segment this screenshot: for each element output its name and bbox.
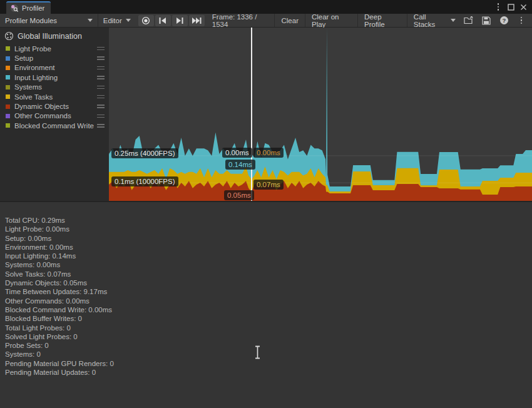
profiler-chart[interactable]: 0.25ms (4000FPS)0.1ms (10000FPS)0.00ms0.… bbox=[109, 28, 532, 201]
drag-handle-icon[interactable] bbox=[97, 115, 105, 118]
clear-on-play-button[interactable]: Clear on Play bbox=[305, 14, 357, 27]
module-legend: Light ProbeSetupEnvironmentInput Lightin… bbox=[0, 44, 109, 131]
current-frame-icon bbox=[192, 18, 202, 24]
legend-color-swatch bbox=[6, 66, 10, 70]
drag-handle-icon[interactable] bbox=[97, 56, 105, 60]
legend-color-swatch bbox=[6, 75, 10, 79]
tab-profiler[interactable]: Profiler bbox=[6, 1, 51, 14]
stats-line: Systems: 0 bbox=[5, 350, 532, 359]
drag-handle-icon[interactable] bbox=[97, 47, 105, 51]
legend-color-swatch bbox=[6, 105, 10, 109]
prev-frame-button[interactable] bbox=[155, 15, 171, 26]
call-stacks-dropdown[interactable]: Call Stacks bbox=[407, 14, 462, 27]
stats-line: Probe Sets: 0 bbox=[5, 341, 532, 350]
legend-item-label: Other Commands bbox=[14, 112, 97, 120]
stats-line: Time Between Updates: 9.17ms bbox=[5, 287, 532, 296]
stats-line: Pending Material GPU Renders: 0 bbox=[5, 359, 532, 368]
svg-text:?: ? bbox=[502, 17, 506, 24]
gridline-label: 0.1ms (10000FPS) bbox=[111, 176, 178, 186]
tab-title: Profiler bbox=[22, 4, 44, 12]
chevron-down-icon bbox=[451, 19, 456, 22]
deep-profile-button[interactable]: Deep Profile bbox=[357, 14, 407, 27]
chart-area-series bbox=[109, 28, 532, 201]
legend-color-swatch bbox=[6, 123, 10, 128]
close-icon[interactable] bbox=[518, 2, 528, 12]
legend-item-environment[interactable]: Environment bbox=[0, 63, 109, 73]
legend-item-label: Input Lighting bbox=[14, 74, 97, 81]
profiler-modules-label: Profiler Modules bbox=[5, 17, 57, 24]
maximize-icon[interactable] bbox=[506, 2, 516, 12]
legend-item-other-commands[interactable]: Other Commands bbox=[0, 111, 109, 121]
legend-color-swatch bbox=[6, 114, 10, 118]
selected-frame-line[interactable] bbox=[251, 28, 252, 201]
legend-item-blocked-command-write[interactable]: Blocked Command Write bbox=[0, 121, 109, 130]
drag-handle-icon[interactable] bbox=[97, 105, 105, 108]
record-icon bbox=[141, 16, 150, 25]
legend-item-setup[interactable]: Setup bbox=[0, 53, 109, 63]
stats-line: Blocked Command Write: 0.00ms bbox=[5, 305, 532, 314]
drag-handle-icon[interactable] bbox=[97, 76, 105, 79]
more-icon bbox=[521, 17, 523, 24]
stats-line: Pending Material Updates: 0 bbox=[5, 368, 532, 377]
legend-color-swatch bbox=[6, 94, 10, 99]
next-frame-icon bbox=[175, 18, 184, 24]
current-frame-button[interactable] bbox=[189, 15, 205, 26]
help-icon: ? bbox=[499, 16, 509, 25]
legend-item-label: Environment bbox=[14, 64, 97, 71]
stats-line: Light Probe: 0.00ms bbox=[5, 225, 532, 233]
chart-value-label: 0.05ms bbox=[224, 190, 254, 200]
legend-color-swatch bbox=[6, 56, 10, 61]
chevron-down-icon bbox=[88, 19, 93, 22]
legend-item-input-lighting[interactable]: Input Lighting bbox=[0, 73, 109, 82]
legend-item-label: Systems bbox=[14, 83, 97, 91]
drag-handle-icon[interactable] bbox=[97, 95, 105, 99]
stats-line: Solve Tasks: 0.07ms bbox=[5, 270, 532, 278]
legend-item-label: Setup bbox=[14, 54, 97, 62]
legend-color-swatch bbox=[6, 85, 10, 89]
save-icon bbox=[482, 16, 491, 25]
legend-item-label: Blocked Command Write bbox=[14, 122, 97, 130]
next-frame-button[interactable] bbox=[172, 15, 188, 26]
legend-item-label: Dynamic Objects bbox=[14, 103, 97, 110]
drag-handle-icon[interactable] bbox=[97, 66, 105, 70]
call-stacks-label: Call Stacks bbox=[414, 13, 446, 28]
stats-line: Input Lighting: 0.14ms bbox=[5, 252, 532, 260]
stats-line: Other Commands: 0.00ms bbox=[5, 297, 532, 305]
chart-value-label: 0.14ms bbox=[225, 160, 255, 170]
legend-item-label: Light Probe bbox=[14, 45, 97, 53]
global-illumination-icon bbox=[4, 31, 14, 41]
editor-target-dropdown[interactable]: Editor bbox=[98, 14, 136, 27]
legend-item-dynamic-objects[interactable]: Dynamic Objects bbox=[0, 101, 109, 111]
legend-item-systems[interactable]: Systems bbox=[0, 83, 109, 92]
stats-line: Dynamic Objects: 0.05ms bbox=[5, 278, 532, 287]
legend-item-light-probe[interactable]: Light Probe bbox=[0, 44, 109, 53]
chart-value-label: 0.00ms bbox=[222, 148, 252, 158]
context-menu-button[interactable] bbox=[514, 15, 528, 26]
profiler-toolbar: Profiler Modules Editor bbox=[0, 14, 532, 28]
clear-button[interactable]: Clear bbox=[274, 14, 304, 27]
stats-panel: Total CPU: 0.29msLight Probe: 0.00msSetu… bbox=[0, 201, 532, 408]
stats-line: Solved Light Probes: 0 bbox=[5, 332, 532, 341]
stats-line: Total CPU: 0.29ms bbox=[5, 216, 532, 225]
legend-item-label: Solve Tasks bbox=[14, 93, 97, 101]
profiler-icon bbox=[10, 4, 19, 13]
prev-frame-icon bbox=[158, 18, 167, 24]
profiler-modules-dropdown[interactable]: Profiler Modules bbox=[0, 14, 98, 27]
module-title: Global Illumination bbox=[18, 32, 82, 41]
stats-line: Setup: 0.00ms bbox=[5, 234, 532, 243]
modules-sidebar: Global Illumination Light ProbeSetupEnvi… bbox=[0, 28, 109, 201]
stats-line: Blocked Buffer Writes: 0 bbox=[5, 314, 532, 323]
drag-handle-icon[interactable] bbox=[97, 86, 105, 89]
stats-line: Systems: 0.00ms bbox=[5, 260, 532, 269]
window-menu-icon[interactable] bbox=[493, 2, 503, 12]
legend-item-solve-tasks[interactable]: Solve Tasks bbox=[0, 92, 109, 101]
module-header[interactable]: Global Illumination bbox=[0, 28, 109, 44]
help-button[interactable]: ? bbox=[497, 15, 511, 26]
chart-value-label: 0.07ms bbox=[253, 180, 284, 190]
save-profile-button[interactable] bbox=[479, 15, 493, 26]
drag-handle-icon[interactable] bbox=[97, 124, 105, 128]
stats-line: Environment: 0.00ms bbox=[5, 243, 532, 252]
load-profile-button[interactable] bbox=[462, 15, 476, 26]
record-button[interactable] bbox=[138, 15, 154, 26]
chart-value-label: 0.00ms bbox=[253, 148, 284, 158]
